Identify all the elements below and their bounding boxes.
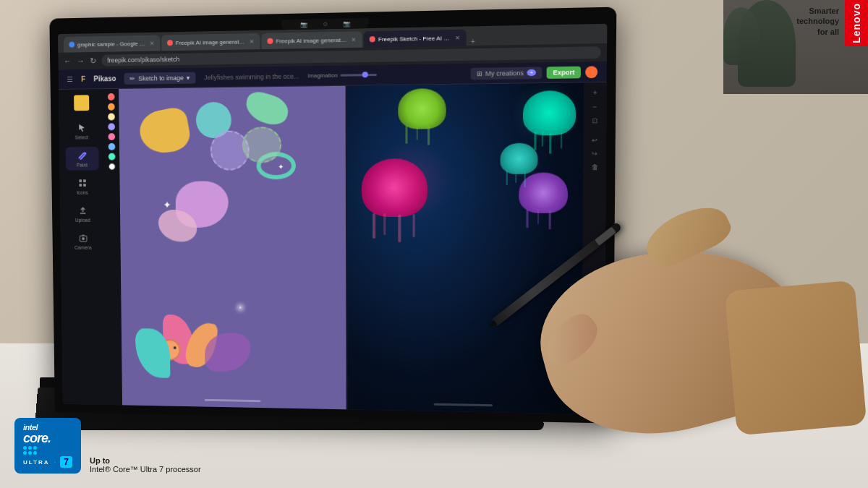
sparkle-2: ✦ (278, 163, 284, 171)
my-creations-button[interactable]: ⊞ My creations + (470, 67, 542, 80)
tab-label-1: graphic sample - Google Sear... (77, 40, 147, 48)
blob-orange (137, 106, 192, 157)
sidebar-tool-paint[interactable]: Paint (65, 147, 98, 171)
jellyfish-pink (361, 158, 427, 217)
tentacle-2 (542, 132, 543, 147)
color-orange[interactable] (108, 103, 115, 111)
processor-text: Intel® Core™ Ultra 7 processor (90, 465, 201, 474)
slider-label: Imagination (307, 72, 337, 80)
color-red[interactable] (108, 93, 115, 100)
user-avatar[interactable] (585, 66, 597, 78)
sketch-jellyfish-2 (242, 127, 282, 163)
imagination-slider[interactable]: Imagination (307, 72, 377, 79)
my-creations-label: My creations (485, 69, 524, 77)
tentacle-pu1 (526, 210, 528, 228)
svg-point-6 (82, 237, 85, 240)
upload-icon (77, 205, 88, 216)
tentacle-1 (534, 132, 536, 150)
export-button[interactable]: Export (547, 66, 581, 78)
redo-icon[interactable]: ↪ (592, 150, 598, 157)
intel-core-label: core. (23, 432, 51, 445)
blob-green (242, 89, 291, 128)
tentacle-t1 (506, 171, 508, 185)
color-purple[interactable] (108, 123, 115, 130)
paint-icon (76, 150, 87, 161)
purple-blob (205, 333, 251, 372)
tab-favicon-2 (167, 40, 173, 46)
fit-icon[interactable]: ⊡ (592, 117, 598, 124)
zoom-in-icon[interactable]: + (593, 89, 597, 97)
webcam-bar: 📷 ⚙ 📷 (281, 18, 369, 30)
tentacle-p4 (412, 214, 414, 237)
tab-label-3: Freepik AI image generator... (276, 36, 348, 44)
tentacle-y3 (427, 126, 429, 145)
chevron-down-icon: ▾ (187, 74, 190, 81)
sidebar-tool-select[interactable]: Select (65, 119, 98, 143)
tab-close-2[interactable]: ✕ (250, 38, 255, 45)
browser-tab-3[interactable]: Freepik AI image generator... ✕ (261, 31, 362, 49)
browser-tab-4[interactable]: Freepik Sketch - Free AI dr... ✕ (364, 30, 467, 48)
sketch-canvas[interactable]: ✦ ✦ (119, 86, 346, 409)
icons-icon (77, 177, 88, 189)
slider-thumb[interactable] (362, 72, 368, 77)
camera-label: Camera (75, 245, 92, 250)
prompt-text: Jellyfishes swimming in the oce... (204, 72, 299, 81)
laptop-screen: 📷 ⚙ 📷 graphic sample - Google Sear... ✕ … (49, 7, 616, 424)
color-white[interactable] (109, 163, 116, 170)
refresh-button[interactable]: ↻ (90, 56, 96, 65)
color-pink[interactable] (108, 133, 115, 140)
undo-icon[interactable]: ↩ (592, 137, 598, 144)
grid-icon: ⊞ (477, 69, 482, 77)
color-teal[interactable] (109, 153, 116, 160)
svg-rect-1 (79, 179, 82, 182)
zoom-out-icon[interactable]: − (592, 103, 597, 111)
tab-close-4[interactable]: ✕ (455, 34, 460, 40)
select-icon (76, 122, 87, 134)
pencil-icon: ✏ (130, 74, 136, 82)
back-button[interactable]: ← (64, 56, 72, 65)
tab-label-4: Freepik Sketch - Free AI dr... (378, 35, 452, 43)
browser-tab-1[interactable]: graphic sample - Google Sear... ✕ (64, 35, 161, 53)
tentacle-y2 (416, 127, 417, 140)
new-tab-button[interactable]: + (471, 38, 475, 46)
intel-logo-box: intel core. ULTRA · 7 (14, 418, 81, 474)
sidebar-tool-icons[interactable]: Icons (66, 174, 99, 197)
app-area: Select Paint (59, 82, 607, 414)
upload-label: Upload (75, 218, 90, 223)
tab-favicon-3 (267, 38, 273, 44)
tab-close-1[interactable]: ✕ (150, 40, 155, 46)
svg-rect-4 (83, 184, 86, 187)
intel-tier: 7 (60, 456, 72, 468)
plus-badge[interactable]: + (527, 69, 536, 76)
jellyfish-teal-2 (500, 143, 537, 174)
color-yellow[interactable] (108, 114, 115, 121)
tentacle-pu2 (537, 210, 539, 224)
tentacle-pu3 (549, 210, 551, 230)
lenovo-badge: Smarter technology for all Lenovo (793, 0, 868, 46)
slider-track[interactable] (341, 74, 377, 77)
tab-favicon-1 (69, 42, 75, 48)
creature-eye-2 (174, 346, 176, 349)
scroll-indicator-sketch (205, 399, 261, 402)
sparkle-1: ✦ (163, 199, 171, 210)
hamburger-icon[interactable]: ☰ (67, 75, 73, 83)
delete-icon[interactable]: 🗑 (591, 163, 598, 171)
jellyfish-teal-1 (523, 90, 576, 136)
app-name: Pikaso (93, 74, 116, 82)
browser-tab-2[interactable]: Freepik AI image generator... ✕ (161, 33, 260, 51)
sidebar-tool-camera[interactable]: Camera (67, 230, 100, 253)
forward-button[interactable]: → (77, 56, 85, 65)
url-text: freepik.com/pikaso/sketch (107, 56, 179, 64)
sidebar-tool-upload[interactable]: Upload (66, 202, 99, 225)
tab-label-2: Freepik AI image generator... (176, 38, 247, 46)
intel-tag-text: Up to Intel® Core™ Ultra 7 processor (90, 456, 201, 474)
svg-point-0 (84, 153, 86, 155)
lenovo-brand: Lenovo (851, 3, 862, 43)
svg-rect-2 (83, 179, 86, 182)
screen-bezel: graphic sample - Google Sear... ✕ Freepi… (58, 24, 607, 414)
tab-close-3[interactable]: ✕ (351, 36, 356, 43)
sketch-to-image-button[interactable]: ✏ Sketch to image ▾ (124, 72, 196, 84)
lenovo-red-box: Lenovo (845, 0, 868, 46)
tool-label: Sketch to image (138, 74, 184, 82)
color-blue[interactable] (109, 143, 116, 150)
